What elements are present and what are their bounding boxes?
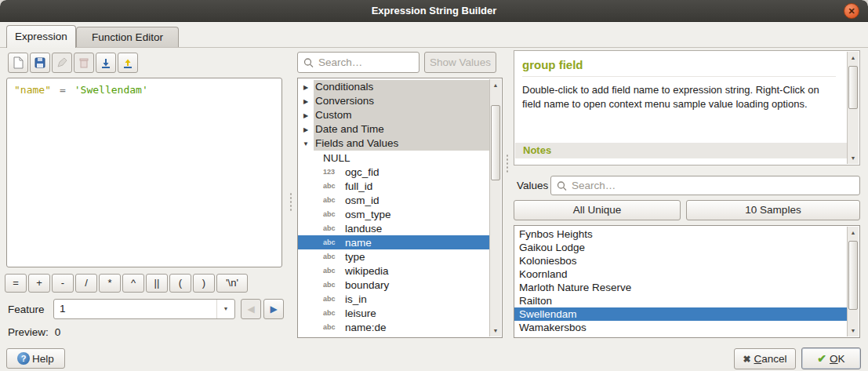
value-row[interactable]: Wamakersbos [514,321,847,334]
value-row[interactable]: Railton [514,294,847,307]
values-label: Values [517,180,548,191]
import-expression-button[interactable] [96,53,116,73]
splitter-handle[interactable] [289,192,292,213]
ten-samples-button[interactable]: 10 Samples [686,200,860,220]
expression-input-area[interactable]: "name"='Swellendam' [6,78,282,267]
text-field-icon: abc [323,309,345,317]
combo-dropdown-icon[interactable]: ▼ [216,300,234,318]
tree-group-custom[interactable]: ▶Custom [298,108,489,122]
value-row[interactable]: Koloniesbos [514,254,847,267]
tree-field-row[interactable]: abcwikipedia [298,264,489,278]
tree-field-row-selected[interactable]: abcname [298,235,489,249]
tree-scrollbar[interactable]: ▲ ▼ [489,79,501,336]
tree-field-row[interactable]: 123ogc_fid [298,165,489,179]
function-search-box[interactable] [297,52,419,73]
tree-field-row[interactable]: abcboundary [298,278,489,292]
chevron-right-icon[interactable]: ▶ [298,112,314,119]
scroll-up-icon[interactable]: ▲ [848,52,859,64]
expression-field-token: "name" [14,84,51,96]
function-help-panel: group field Double-click to add field na… [514,50,860,165]
tab-function-editor[interactable]: Function Editor [76,27,179,47]
tree-group-fields-and-values[interactable]: ▼Fields and Values [298,136,489,151]
tree-field-row[interactable]: abcosm_type [298,207,489,221]
scroll-up-icon[interactable]: ▲ [848,227,859,238]
delete-expression-button[interactable] [74,53,94,73]
operator-minus-button[interactable]: - [52,274,74,293]
show-values-button[interactable]: Show Values [424,52,496,73]
cancel-button[interactable]: ✖ Cancel [734,348,796,369]
export-expression-button[interactable] [118,53,138,73]
chevron-right-icon[interactable]: ▶ [298,126,314,133]
scroll-down-icon[interactable]: ▼ [848,152,859,164]
save-floppy-icon [34,56,46,69]
scroll-down-icon[interactable]: ▼ [490,325,501,336]
scroll-down-icon[interactable]: ▼ [848,325,859,336]
help-button[interactable]: ? Help [6,348,65,369]
tab-expression[interactable]: Expression [6,25,76,48]
tree-field-row[interactable]: abcosm_id [298,193,489,207]
tree-field-row[interactable]: abclanduse [298,221,489,235]
ok-check-icon: ✔ [817,352,826,365]
save-expression-button[interactable] [30,53,50,73]
value-row[interactable]: Gaikou Lodge [514,241,847,254]
operator-equals-button[interactable]: = [5,274,27,293]
function-tree[interactable]: ▶Conditionals ▶Conversions ▶Custom ▶Date… [297,78,503,338]
window-title: Expression String Builder [0,0,868,22]
values-search-box[interactable] [550,176,860,195]
edit-expression-button[interactable] [52,53,72,73]
close-icon[interactable]: ✕ [844,3,859,19]
values-search-input[interactable] [572,180,855,191]
operator-power-button[interactable]: ^ [122,274,144,293]
value-row-selected[interactable]: Swellendam [514,307,847,321]
operator-newline-button[interactable]: '\n' [216,274,248,293]
cancel-cross-icon: ✖ [743,354,750,365]
tree-field-row[interactable]: abcleisure [298,306,489,320]
export-arrow-up-icon [122,56,134,69]
titlebar[interactable]: Expression String Builder ✕ [0,0,868,22]
tree-group-date-and-time[interactable]: ▶Date and Time [298,122,489,136]
tree-group-conversions[interactable]: ▶Conversions [298,94,489,108]
next-feature-button[interactable]: ▶ [263,299,284,319]
feature-label: Feature [8,304,45,315]
operator-close-paren-button[interactable]: ) [193,274,215,293]
operator-plus-button[interactable]: + [28,274,50,293]
text-field-icon: abc [323,210,345,218]
previous-feature-button[interactable]: ◀ [241,299,261,319]
operator-multiply-button[interactable]: * [99,274,121,293]
operator-concat-button[interactable]: || [146,274,168,293]
value-row[interactable]: Fynbos Heights [514,227,847,241]
values-scrollbar[interactable]: ▲ ▼ [847,227,859,336]
tree-group-conditionals[interactable]: ▶Conditionals [298,80,489,94]
tree-field-row[interactable]: NULL [298,151,489,165]
preview-row: Preview:0 [8,326,67,338]
tree-field-row[interactable]: abctype [298,249,489,264]
tree-field-row[interactable]: abcname:de [298,320,489,334]
text-field-icon: abc [323,224,345,232]
value-row[interactable]: Marloth Nature Reserve [514,281,847,294]
scroll-up-icon[interactable]: ▲ [490,79,501,91]
help-scrollbar-thumb[interactable] [848,66,858,109]
operator-divide-button[interactable]: / [75,274,97,293]
cancel-button-label: Cancel [754,353,787,365]
values-scrollbar-thumb[interactable] [848,241,858,310]
all-unique-button[interactable]: All Unique [514,200,681,220]
feature-value: 1 [60,303,66,315]
tree-field-row[interactable]: abcis_in [298,292,489,306]
new-expression-button[interactable] [8,53,28,73]
feature-combobox[interactable]: 1 ▼ [53,299,235,319]
value-row[interactable]: Koornland [514,267,847,281]
function-search-input[interactable] [318,56,414,68]
chevron-down-icon[interactable]: ▼ [298,140,314,147]
chevron-right-icon[interactable]: ▶ [298,98,314,105]
ok-button[interactable]: ✔ OK [801,347,861,369]
operator-open-paren-button[interactable]: ( [169,274,191,293]
help-scrollbar[interactable]: ▲ ▼ [847,52,859,164]
text-field-icon: abc [323,323,345,331]
help-button-label: Help [32,353,54,365]
values-list[interactable]: Fynbos Heights Gaikou Lodge Koloniesbos … [514,225,860,338]
tree-field-row[interactable]: abcfull_id [298,179,489,193]
text-field-icon: abc [323,295,345,303]
splitter-handle[interactable] [506,154,509,174]
chevron-right-icon[interactable]: ▶ [298,84,314,91]
tree-scrollbar-thumb[interactable] [491,105,500,180]
